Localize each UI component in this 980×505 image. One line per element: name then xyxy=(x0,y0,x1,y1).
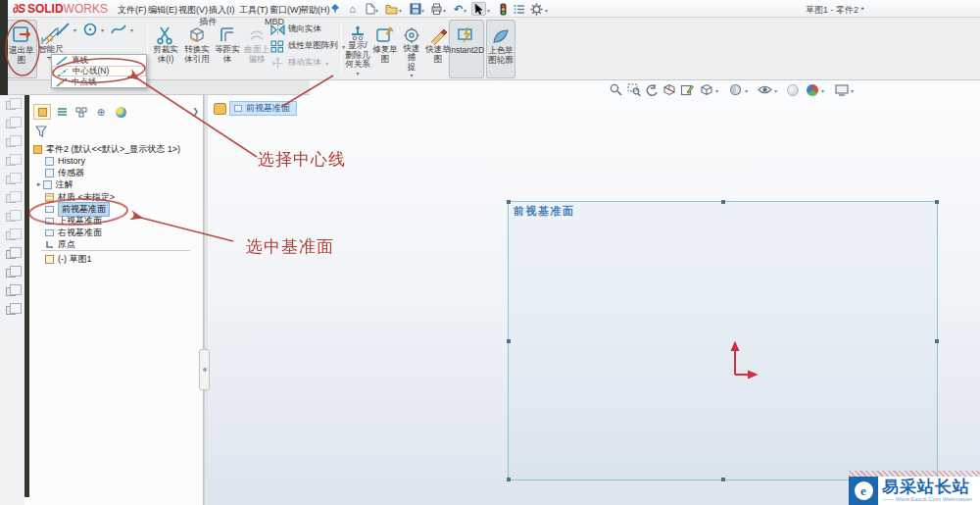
select-cursor-icon[interactable] xyxy=(471,2,486,16)
home-icon[interactable]: ⌂ xyxy=(345,2,360,16)
spline-tool-button[interactable]: ▾ xyxy=(110,22,137,37)
plane-handle[interactable] xyxy=(507,339,511,343)
tree-item-annotations[interactable]: ▸ 注解 xyxy=(37,178,74,190)
wrench-tool-icon[interactable] xyxy=(6,250,16,259)
shaded-sketch-contours-button[interactable]: 上色草 图轮廓 xyxy=(486,20,515,78)
layered-cubes-icon[interactable] xyxy=(6,287,16,296)
layered-cubes-icon[interactable] xyxy=(6,306,16,315)
monitor-icon[interactable] xyxy=(6,269,16,278)
solidworks-logo: ∂SSOLIDWORKS xyxy=(13,2,108,16)
front-plane-outline[interactable]: 前视基准面 xyxy=(508,201,938,480)
left-vertical-toolbar xyxy=(0,95,24,505)
filter-icon[interactable] xyxy=(35,124,47,141)
exit-sketch-icon xyxy=(11,21,32,46)
circle-icon xyxy=(82,22,98,37)
view-cube-icon[interactable] xyxy=(6,176,16,184)
hide-show-items-icon[interactable] xyxy=(757,82,773,97)
view-cube-icon[interactable] xyxy=(6,157,16,166)
featuremanager-tab[interactable] xyxy=(33,104,51,120)
options-gear-icon[interactable] xyxy=(529,2,544,16)
view-cube-icon[interactable] xyxy=(6,101,16,110)
trim-entities-button[interactable]: 剪裁实 体(I) xyxy=(151,20,180,78)
watermark-title: 易采站长站 xyxy=(882,478,972,496)
rapid-sketch-button[interactable]: 快速草 图 xyxy=(425,20,451,78)
view-cube-icon[interactable] xyxy=(6,194,16,203)
plane-handle[interactable] xyxy=(935,200,939,204)
save-icon[interactable] xyxy=(408,2,422,16)
sensors-icon xyxy=(45,169,54,177)
print-icon[interactable] xyxy=(429,2,444,16)
menu-item-line[interactable]: 直线 xyxy=(52,55,146,66)
selection-breadcrumb[interactable]: 前视基准面 xyxy=(214,101,297,116)
selected-plane-chip[interactable]: 前视基准面 xyxy=(229,101,297,116)
surface-offset-icon xyxy=(248,20,266,45)
menu-item-centerline[interactable]: 中心线(N) xyxy=(52,66,146,76)
plane-handle[interactable] xyxy=(935,339,939,343)
dimxpert-manager-tab[interactable]: ⊕ xyxy=(92,104,110,120)
linear-sketch-pattern-button[interactable]: 线性草图阵列 ▾ xyxy=(270,38,345,54)
tree-item-origin[interactable]: 原点 xyxy=(45,238,75,250)
convert-entities-button[interactable]: 转换实 体引用 xyxy=(182,20,212,78)
tree-item-sketch1[interactable]: (-) 草图1 xyxy=(45,253,92,265)
panel-splitter[interactable] xyxy=(204,95,208,505)
command-manager-ribbon: 退出草 图 智能尺 寸 ▾ ▾ ▾ 剪裁实 体(I) xyxy=(0,18,980,80)
menu-view[interactable]: 视图(V) xyxy=(178,4,208,17)
rebuild-traffic-light-icon[interactable] xyxy=(496,2,511,16)
sketch-settings-icon[interactable] xyxy=(678,82,695,97)
view-cube-icon[interactable] xyxy=(6,213,16,222)
menu-file[interactable]: 文件(F) xyxy=(118,4,147,17)
view-orientation-icon[interactable] xyxy=(698,82,714,97)
zoom-area-icon[interactable] xyxy=(625,82,642,97)
graphics-viewport[interactable]: ▾ ▾ ▾ ▾ ▾ 前视基准面 前视基准面 xyxy=(208,80,980,505)
display-manager-tab[interactable] xyxy=(112,104,129,120)
panel-collapse-handle[interactable] xyxy=(199,349,210,390)
plane-icon xyxy=(45,206,54,213)
plane-handle[interactable] xyxy=(721,478,725,481)
edit-appearance-icon[interactable] xyxy=(784,82,801,97)
circle-tool-button[interactable]: ▾ xyxy=(82,22,108,37)
offset-entities-button[interactable]: 等距实 体 xyxy=(214,20,241,78)
quick-snaps-button[interactable]: 快速捕 捉 ▾ xyxy=(400,20,423,78)
zoom-fit-icon[interactable] xyxy=(608,82,624,97)
view-cube-icon[interactable] xyxy=(6,138,16,147)
configuration-manager-tab[interactable] xyxy=(73,104,90,120)
menu-insert[interactable]: 插入(I) xyxy=(209,4,235,17)
repair-sketch-button[interactable]: 修复草 图 xyxy=(372,20,398,78)
menu-help[interactable]: 帮助(H) xyxy=(300,4,330,17)
menu-item-midpoint-line[interactable]: 中点线 xyxy=(52,76,146,87)
tree-item-root[interactable]: 零件2 (默认<<默认>_显示状态 1>) xyxy=(33,143,180,155)
apply-scene-icon[interactable] xyxy=(804,82,820,97)
line-tool-button[interactable]: ▾ xyxy=(55,22,80,37)
expand-arrow-icon[interactable]: ▸ xyxy=(37,180,41,188)
watermark-subtitle: —— Www.Easck.Com Webmaster xyxy=(882,496,972,502)
display-settings-icon[interactable] xyxy=(512,2,526,16)
exit-sketch-button[interactable]: 退出草 图 xyxy=(6,20,37,78)
panel-flyout-arrow[interactable]: ❯ xyxy=(192,107,199,116)
view-settings-icon[interactable] xyxy=(833,82,850,97)
display-delete-relations-button[interactable]: 显示/ 删除几 何关系 ▾ xyxy=(345,20,370,78)
menu-tools[interactable]: 工具(T) xyxy=(239,4,269,17)
offset-entities-icon xyxy=(218,20,237,45)
tree-item-front-plane[interactable]: 前视基准面 xyxy=(45,203,110,215)
instant2d-button[interactable]: Instant2D xyxy=(449,20,484,78)
tree-item-top-plane[interactable]: 上视基准面 xyxy=(45,215,102,227)
display-style-icon[interactable] xyxy=(727,82,744,97)
part-icon xyxy=(214,103,226,115)
configurations-icon xyxy=(75,107,87,118)
open-document-icon[interactable] xyxy=(384,2,399,16)
section-view-icon[interactable] xyxy=(661,82,677,97)
tree-item-history[interactable]: History xyxy=(45,155,85,167)
property-manager-tab[interactable] xyxy=(53,104,71,120)
view-cube-icon[interactable] xyxy=(6,120,16,128)
plane-handle[interactable] xyxy=(507,200,511,204)
tree-item-right-plane[interactable]: 右视基准面 xyxy=(45,227,102,238)
sketch-page-icon[interactable] xyxy=(6,231,16,240)
plane-handle[interactable] xyxy=(507,478,511,481)
pin-menu-icon[interactable] xyxy=(327,2,342,16)
previous-view-icon[interactable] xyxy=(643,82,660,97)
plane-handle[interactable] xyxy=(721,200,725,204)
menu-edit[interactable]: 编辑(E) xyxy=(148,4,177,17)
tree-item-sensors[interactable]: 传感器 xyxy=(45,167,84,178)
menu-window[interactable]: 窗口(W) xyxy=(270,4,302,17)
origin-icon xyxy=(45,240,54,249)
